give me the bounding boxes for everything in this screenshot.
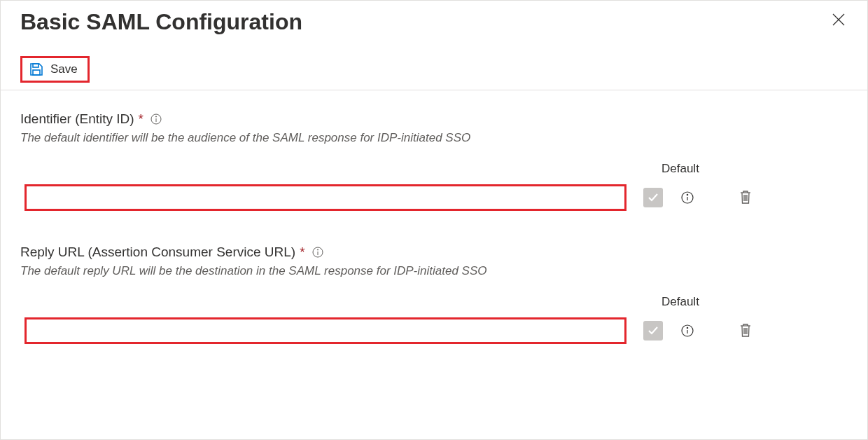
svg-point-8	[687, 194, 687, 195]
reply-url-label: Reply URL (Assertion Consumer Service UR…	[20, 245, 295, 260]
svg-rect-3	[33, 70, 40, 75]
identifier-delete-button[interactable]	[738, 189, 752, 207]
identifier-section: Identifier (Entity ID) * The default ide…	[20, 111, 848, 211]
reply-url-description: The default reply URL will be the destin…	[20, 264, 848, 278]
svg-point-5	[155, 116, 156, 117]
page-title: Basic SAML Configuration	[20, 9, 302, 35]
svg-point-14	[317, 249, 318, 250]
reply-url-section: Reply URL (Assertion Consumer Service UR…	[20, 245, 848, 344]
identifier-description: The default identifier will be the audie…	[20, 131, 848, 145]
trash-icon	[738, 189, 752, 207]
svg-rect-2	[33, 64, 38, 67]
required-indicator: *	[139, 111, 144, 127]
svg-point-17	[687, 327, 687, 328]
info-icon[interactable]	[312, 247, 323, 258]
info-icon[interactable]	[150, 114, 162, 125]
default-column-header: Default	[662, 295, 848, 309]
identifier-input[interactable]	[24, 184, 626, 211]
trash-icon	[738, 322, 752, 340]
save-button[interactable]: Save	[20, 56, 90, 83]
save-icon	[29, 62, 43, 76]
info-icon[interactable]	[681, 324, 694, 337]
required-indicator: *	[300, 245, 304, 260]
save-button-label: Save	[50, 62, 78, 76]
identifier-label: Identifier (Entity ID)	[20, 111, 134, 127]
close-icon	[832, 11, 845, 29]
default-column-header: Default	[662, 162, 848, 176]
close-button[interactable]	[830, 9, 848, 32]
identifier-default-checkbox[interactable]	[643, 188, 663, 207]
reply-url-delete-button[interactable]	[738, 322, 752, 340]
reply-url-default-checkbox[interactable]	[643, 321, 663, 341]
info-icon[interactable]	[681, 191, 694, 204]
reply-url-input[interactable]	[24, 317, 626, 344]
